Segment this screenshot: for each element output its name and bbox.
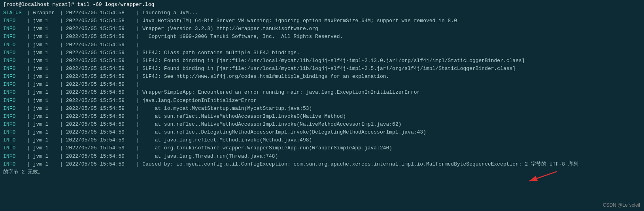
log-line: INFO | jvm 1 | 2022/05/05 15:54:59 | at … (3, 105, 641, 113)
log-timestamp: 2022/05/05 15:54:59 (66, 89, 133, 96)
log-message: java.lang.ExceptionInInitializerError (142, 97, 257, 105)
log-timestamp: 2022/05/05 15:54:59 (66, 41, 133, 49)
log-level: INFO (3, 17, 24, 25)
log-line: INFO | jvm 1 | 2022/05/05 15:54:59 | at … (3, 121, 641, 128)
log-timestamp: 2022/05/05 15:54:59 (66, 113, 133, 121)
log-message: Copyright 1999-2006 Tanuki Software, Inc… (142, 33, 343, 41)
log-message: Caused by: io.mycat.config.util.ConfigEx… (142, 160, 578, 168)
log-line: INFO | jvm 1 | 2022/05/05 15:54:59 | SLF… (3, 65, 641, 73)
log-source: jvm 1 (33, 73, 57, 81)
log-message: Java HotSpot(TM) 64-Bit Server VM warnin… (142, 17, 457, 25)
log-source: jvm 1 (33, 97, 57, 105)
log-level: INFO (3, 105, 24, 113)
log-line: INFO | jvm 1 | 2022/05/05 15:54:59 | Wra… (3, 89, 641, 96)
arrow-annotation (525, 168, 557, 184)
log-timestamp: 2022/05/05 15:54:59 (66, 105, 133, 113)
log-level: INFO (3, 97, 24, 105)
log-timestamp: 2022/05/05 15:54:59 (66, 128, 133, 136)
log-line: INFO | jvm 1 | 2022/05/05 15:54:59 | Wra… (3, 25, 641, 33)
log-level: INFO (3, 33, 24, 41)
command-line: [root@localhost mycat]# tail -60 logs/wr… (3, 2, 641, 8)
log-line: INFO | jvm 1 | 2022/05/05 15:54:59 | SLF… (3, 57, 641, 65)
log-source: jvm 1 (33, 136, 57, 144)
log-line: STATUS | wrapper | 2022/05/05 15:54:58 |… (3, 9, 641, 17)
log-timestamp: 2022/05/05 15:54:59 (66, 57, 133, 65)
log-level: INFO (3, 136, 24, 144)
log-source: jvm 1 (33, 81, 57, 89)
log-level: INFO (3, 81, 24, 89)
log-timestamp: 2022/05/05 15:54:58 (66, 17, 133, 25)
log-level: INFO (3, 49, 24, 57)
log-timestamp: 2022/05/05 15:54:59 (66, 97, 133, 105)
log-message: SLF4J: Class path contains multiple SLF4… (142, 49, 300, 57)
log-line: INFO | jvm 1 | 2022/05/05 15:54:59 | at … (3, 113, 641, 121)
svg-line-1 (529, 171, 557, 181)
log-source: jvm 1 (33, 160, 57, 168)
log-timestamp: 2022/05/05 15:54:59 (66, 33, 133, 41)
log-source: jvm 1 (33, 105, 57, 113)
log-level: INFO (3, 128, 24, 136)
log-line: INFO | jvm 1 | 2022/05/05 15:54:59 | at … (3, 128, 641, 136)
log-line: INFO | jvm 1 | 2022/05/05 15:54:59 | (3, 41, 641, 49)
log-message: at sun.reflect.DelegatingMethodAccessorI… (142, 128, 426, 136)
log-message: at sun.reflect.NativeMethodAccessorImpl.… (142, 113, 346, 121)
log-source: wrapper (33, 9, 57, 17)
log-source: jvm 1 (33, 25, 57, 33)
log-source: jvm 1 (33, 153, 57, 160)
terminal: [root@localhost mycat]# tail -60 logs/wr… (0, 0, 644, 211)
log-message: Launching a JVM... (142, 9, 198, 17)
log-line: INFO | jvm 1 | 2022/05/05 15:54:59 | jav… (3, 97, 641, 105)
log-message: SLF4J: Found binding in [jar:file:/usr/l… (142, 57, 525, 65)
log-level: INFO (3, 121, 24, 128)
log-line: INFO | jvm 1 | 2022/05/05 15:54:59 | Cop… (3, 33, 641, 41)
log-source: jvm 1 (33, 33, 57, 41)
log-message: SLF4J: See http://www.slf4j.org/codes.ht… (142, 73, 389, 81)
log-source: jvm 1 (33, 49, 57, 57)
log-source: jvm 1 (33, 144, 57, 152)
log-message: at org.tanukisoftware.wrapper.WrapperSim… (142, 144, 392, 152)
log-container: STATUS | wrapper | 2022/05/05 15:54:58 |… (3, 9, 641, 176)
log-timestamp: 2022/05/05 15:54:59 (66, 73, 133, 81)
log-source: jvm 1 (33, 57, 57, 65)
watermark: CSDN @Le`soleil (603, 202, 640, 208)
log-message: at java.lang.Thread.run(Thread.java:748) (142, 153, 278, 160)
log-level: INFO (3, 65, 24, 73)
log-line: INFO | jvm 1 | 2022/05/05 15:54:59 | SLF… (3, 49, 641, 57)
log-level: INFO (3, 41, 24, 49)
log-timestamp: 2022/05/05 15:54:59 (66, 121, 133, 128)
log-source: jvm 1 (33, 41, 57, 49)
log-level: INFO (3, 153, 24, 160)
log-level: INFO (3, 25, 24, 33)
log-level: INFO (3, 144, 24, 152)
log-line: INFO | jvm 1 | 2022/05/05 15:54:59 | SLF… (3, 73, 641, 81)
log-level: INFO (3, 57, 24, 65)
log-source: jvm 1 (33, 89, 57, 96)
log-level: STATUS (3, 9, 24, 17)
log-source: jvm 1 (33, 113, 57, 121)
log-line: INFO | jvm 1 | 2022/05/05 15:54:59 | at … (3, 153, 641, 160)
log-line: INFO | jvm 1 | 2022/05/05 15:54:59 | at … (3, 136, 641, 144)
log-timestamp: 2022/05/05 15:54:59 (66, 136, 133, 144)
log-line: INFO | jvm 1 | 2022/05/05 15:54:59 | Cau… (3, 160, 641, 168)
log-level: INFO (3, 113, 24, 121)
log-line: INFO | jvm 1 | 2022/05/05 15:54:58 | Jav… (3, 17, 641, 25)
log-timestamp: 2022/05/05 15:54:58 (66, 9, 133, 17)
log-line: INFO | jvm 1 | 2022/05/05 15:54:59 | at … (3, 144, 641, 152)
log-level: INFO (3, 89, 24, 96)
log-timestamp: 2022/05/05 15:54:59 (66, 160, 133, 168)
log-message: Wrapper (Version 3.2.3) http://wrapper.t… (142, 25, 318, 33)
log-level: INFO (3, 73, 24, 81)
log-message: at sun.reflect.NativeMethodAccessorImpl.… (142, 121, 401, 128)
log-timestamp: 2022/05/05 15:54:59 (66, 153, 133, 160)
log-source: jvm 1 (33, 121, 57, 128)
log-source: jvm 1 (33, 128, 57, 136)
log-message: at io.mycat.MycatStartup.main(MycatStart… (142, 105, 312, 113)
log-message: SLF4J: Found binding in [jar:file:/usr/l… (142, 65, 516, 73)
log-message: WrapperSimpleApp: Encountered an error r… (142, 89, 420, 96)
log-timestamp: 2022/05/05 15:54:59 (66, 81, 133, 89)
log-timestamp: 2022/05/05 15:54:59 (66, 25, 133, 33)
arrow-icon (525, 168, 557, 184)
log-message: at java.lang.reflect.Method.invoke(Metho… (142, 136, 312, 144)
log-level: INFO (3, 160, 24, 168)
log-timestamp: 2022/05/05 15:54:59 (66, 49, 133, 57)
